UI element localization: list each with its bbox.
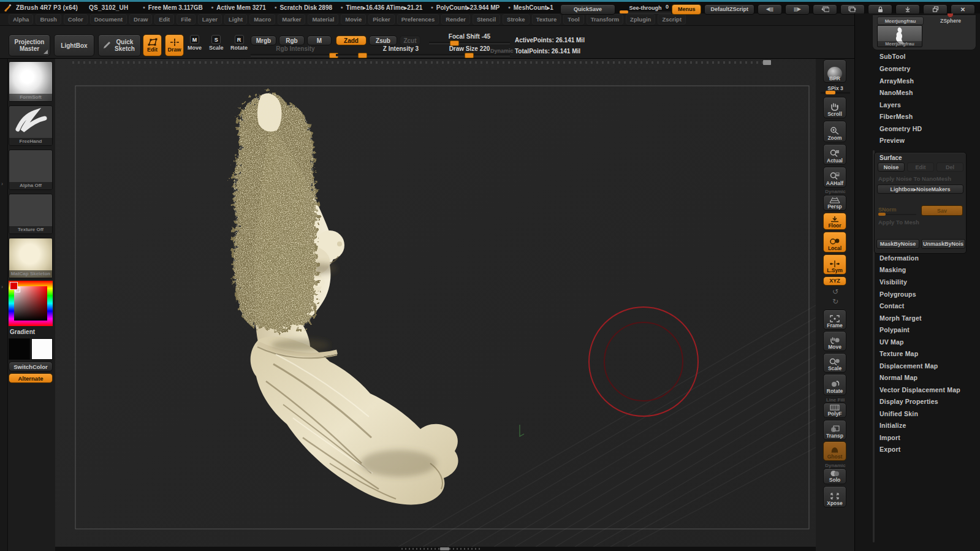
main-color-swatch[interactable] xyxy=(9,338,30,360)
actual-button[interactable]: Actual xyxy=(823,144,846,165)
section-vector-displacement-map[interactable]: Vector Displacement Map xyxy=(879,386,960,393)
mrgb-button[interactable]: Mrgb xyxy=(251,36,276,45)
dynamic-solo-label[interactable]: Dynamic xyxy=(816,463,855,468)
ghost-button[interactable]: Ghost xyxy=(823,441,846,461)
rgb-button[interactable]: Rgb xyxy=(279,36,305,45)
menu-movie[interactable]: Movie xyxy=(341,14,366,25)
section-unified-skin[interactable]: Unified Skin xyxy=(879,410,918,417)
dock-left-icon[interactable] xyxy=(813,4,837,15)
z-intensity-handle[interactable] xyxy=(358,53,367,58)
material-thumbnail[interactable]: MatCap Skeleton xyxy=(9,238,53,278)
section-polygroups[interactable]: Polygroups xyxy=(879,291,916,298)
switch-color-button[interactable]: SwitchColor xyxy=(9,362,53,371)
xpose-button[interactable]: Xpose xyxy=(823,486,846,507)
menu-stroke[interactable]: Stroke xyxy=(503,14,530,25)
snorm-slider[interactable]: SNorm xyxy=(878,207,916,215)
draw-size-handle[interactable] xyxy=(465,53,474,58)
current-tool-button[interactable]: Meerjungfrau xyxy=(877,17,924,25)
local-button[interactable]: Local xyxy=(823,232,846,253)
see-through-handle[interactable] xyxy=(620,10,628,13)
texture-thumbnail[interactable]: Texture Off xyxy=(9,194,53,234)
quicksave-button[interactable]: QuickSave xyxy=(560,4,615,15)
dock-right-icon[interactable] xyxy=(840,4,865,15)
canvas-ruler-handle[interactable] xyxy=(763,60,771,65)
zsub-button[interactable]: Zsub xyxy=(369,36,397,45)
sculpture-meerjungfrau[interactable] xyxy=(234,93,458,505)
section-display-properties[interactable]: Display Properties xyxy=(879,398,938,405)
section-layers[interactable]: Layers xyxy=(879,101,901,108)
persp-button[interactable]: Persp xyxy=(823,195,846,211)
section-export[interactable]: Export xyxy=(879,446,900,453)
section-geometry[interactable]: Geometry xyxy=(879,65,911,72)
dynamic-label[interactable]: Dynamic xyxy=(490,48,514,54)
menu-material[interactable]: Material xyxy=(308,14,338,25)
section-preview[interactable]: Preview xyxy=(879,137,905,144)
xyz-button[interactable]: XYZ xyxy=(823,276,846,286)
quick-sketch-button[interactable]: Quick Sketch xyxy=(98,34,141,56)
menu-texture[interactable]: Texture xyxy=(532,14,561,25)
menu-draw[interactable]: Draw xyxy=(129,14,152,25)
spix-handle[interactable] xyxy=(826,91,835,94)
floor-button[interactable]: Floor xyxy=(823,213,846,230)
focal-shift-slider[interactable]: Focal Shift -45 xyxy=(429,33,510,44)
menu-render[interactable]: Render xyxy=(441,14,470,25)
scene-3d-view[interactable] xyxy=(55,66,816,547)
menu-macro[interactable]: Macro xyxy=(249,14,275,25)
default-zscript-button[interactable]: DefaultZScript xyxy=(704,4,754,15)
menus-button[interactable]: Menus xyxy=(672,4,702,15)
menu-marker[interactable]: Marker xyxy=(278,14,305,25)
tray-collapse-right-icon[interactable]: |||▶ xyxy=(785,4,810,15)
section-import[interactable]: Import xyxy=(879,434,900,441)
section-initialize[interactable]: Initialize xyxy=(879,422,906,429)
menu-alpha[interactable]: Alpha xyxy=(9,14,33,25)
solo-button[interactable]: Solo xyxy=(823,468,846,484)
canvas-ruler-bottom-handle[interactable] xyxy=(440,547,449,550)
sav-button[interactable]: Sav xyxy=(921,205,963,216)
menu-tool[interactable]: Tool xyxy=(563,14,583,25)
section-deformation[interactable]: Deformation xyxy=(879,254,919,262)
section-normal-map[interactable]: Normal Map xyxy=(879,374,917,381)
move-view-button[interactable]: Move xyxy=(823,331,846,351)
noise-button[interactable]: Noise xyxy=(878,162,905,172)
scroll-button[interactable]: Scroll xyxy=(823,97,846,118)
see-through-slider[interactable]: See-through xyxy=(618,5,672,13)
transp-button[interactable]: Transp xyxy=(823,420,846,440)
zadd-button[interactable]: Zadd xyxy=(336,36,367,45)
menu-preferences[interactable]: Preferences xyxy=(397,14,439,25)
frame-button[interactable]: Frame xyxy=(823,310,846,330)
tray-collapse-left-icon[interactable]: ◀||| xyxy=(758,4,782,15)
section-polypaint[interactable]: Polypaint xyxy=(879,326,910,333)
menu-document[interactable]: Document xyxy=(90,14,127,25)
m-button[interactable]: M xyxy=(307,36,332,45)
move-button[interactable]: M Move xyxy=(188,35,202,51)
aahalf-button[interactable]: AAHalf xyxy=(823,167,846,188)
lsym-button[interactable]: L.Sym xyxy=(823,254,846,275)
spix-slider[interactable]: SPix 3 xyxy=(821,85,850,94)
document-canvas[interactable] xyxy=(55,58,816,551)
menu-layer[interactable]: Layer xyxy=(198,14,222,25)
section-texture-map[interactable]: Texture Map xyxy=(879,350,918,357)
section-contact[interactable]: Contact xyxy=(879,302,904,310)
snorm-handle[interactable] xyxy=(878,213,886,216)
lock-icon[interactable] xyxy=(868,4,892,15)
section-surface[interactable]: Surface xyxy=(879,154,902,161)
bpr-button[interactable]: BPR xyxy=(823,59,846,83)
restore-icon[interactable] xyxy=(923,4,948,15)
section-subtool[interactable]: SubTool xyxy=(879,53,906,60)
current-stroke-thumbnail[interactable]: FreeHand xyxy=(9,105,53,146)
apply-noise-nanomesh-button[interactable]: Apply Noise To NanoMesh xyxy=(878,175,951,182)
section-arraymesh[interactable]: ArrayMesh xyxy=(879,77,914,85)
menu-color[interactable]: Color xyxy=(64,14,88,25)
lightbox-button[interactable]: LightBox xyxy=(54,34,94,56)
rotate-view-button[interactable]: Rotate xyxy=(823,374,846,395)
rgb-intensity-slider[interactable]: Rgb Intensity xyxy=(251,45,340,56)
menu-file[interactable]: File xyxy=(177,14,195,25)
section-fibermesh[interactable]: FiberMesh xyxy=(879,113,913,120)
section-masking[interactable]: Masking xyxy=(879,266,906,273)
section-morph-target[interactable]: Morph Target xyxy=(879,314,922,322)
projection-master-button[interactable]: Projection Master xyxy=(9,34,50,56)
line-fill-label[interactable]: Line Fill xyxy=(816,397,855,403)
scale-view-button[interactable]: Scale xyxy=(823,353,846,373)
menu-zplugin[interactable]: Zplugin xyxy=(626,14,655,25)
lightbox-noisemakers-button[interactable]: Lightbox▸NoiseMakers xyxy=(877,184,963,194)
